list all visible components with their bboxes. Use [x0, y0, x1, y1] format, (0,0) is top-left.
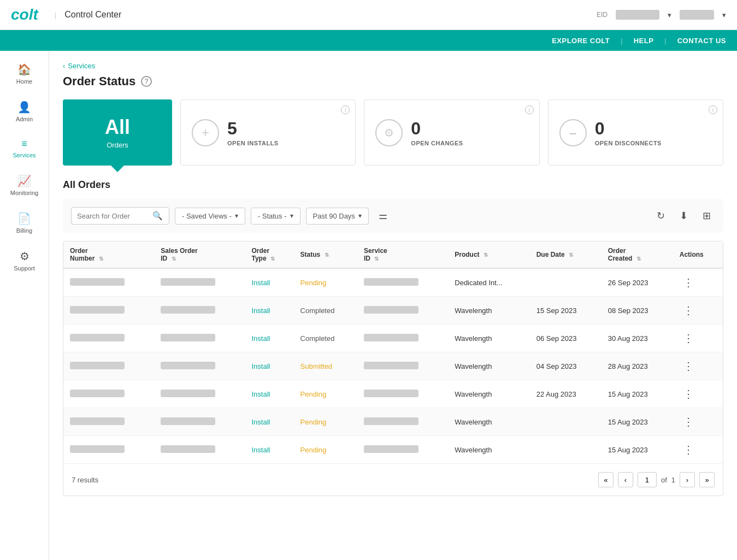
col-header-order-number[interactable]: OrderNumber ⇅: [63, 241, 154, 268]
page-first-button[interactable]: «: [598, 472, 614, 487]
col-header-order-created[interactable]: OrderCreated ⇅: [602, 241, 673, 268]
page-next-button[interactable]: ›: [680, 472, 695, 487]
nav-contact-us[interactable]: CONTACT US: [677, 37, 726, 45]
card-open-installs[interactable]: i + 5 OPEN INSTALLS: [180, 99, 356, 166]
saved-views-chevron-icon: ▾: [235, 212, 238, 220]
installs-card-icon: +: [192, 119, 219, 146]
search-input[interactable]: [77, 212, 148, 220]
nav-explore-colt[interactable]: EXPLORE COLT: [552, 37, 610, 45]
card-all-orders[interactable]: All Orders: [63, 99, 172, 166]
cell-service-id: [357, 297, 448, 325]
disconnects-info-icon[interactable]: i: [709, 105, 717, 114]
breadcrumb-parent[interactable]: Services: [68, 62, 95, 70]
cell-order-number: [63, 352, 154, 380]
col-header-order-type[interactable]: OrderType ⇅: [245, 241, 293, 268]
disconnects-card-icon: –: [559, 119, 587, 146]
card-open-disconnects[interactable]: i – 0 OPEN DISCONNECTS: [548, 99, 723, 166]
sidebar-item-home[interactable]: 🏠 Home: [3, 56, 46, 91]
col-header-service-id[interactable]: ServiceID ⇅: [357, 241, 448, 268]
actions-menu-button[interactable]: ⋮: [680, 303, 697, 318]
columns-button[interactable]: ⊞: [698, 207, 715, 225]
nav-help[interactable]: HELP: [634, 37, 654, 45]
breadcrumb[interactable]: ‹ Services: [63, 62, 723, 70]
sidebar-item-billing[interactable]: 📄 Billing: [3, 205, 46, 240]
search-box[interactable]: 🔍: [71, 207, 169, 225]
page-of-text: of: [661, 476, 667, 484]
account-chevron-icon[interactable]: ▾: [722, 11, 726, 19]
changes-info-icon[interactable]: i: [525, 105, 534, 114]
card-open-changes[interactable]: i ⚙ 0 OPEN CHANGES: [364, 99, 539, 166]
pagination: 7 results « ‹ of 1 › »: [63, 464, 723, 496]
monitoring-icon: 📈: [17, 174, 31, 187]
page-title: Order Status: [63, 74, 135, 89]
date-range-dropdown[interactable]: Past 90 Days ▾: [306, 208, 369, 225]
col-header-status[interactable]: Status ⇅: [294, 241, 357, 268]
top-bar-right: EID ████████ ▾ ██████ ▾: [597, 10, 726, 20]
account-id: ██████: [680, 10, 714, 20]
changes-card-icon: ⚙: [375, 119, 403, 146]
cell-actions[interactable]: ⋮: [673, 436, 723, 464]
cell-sales-order-id: [154, 436, 245, 464]
actions-menu-button[interactable]: ⋮: [680, 331, 697, 346]
filter-advanced-button[interactable]: ⚌: [374, 207, 392, 225]
actions-menu-button[interactable]: ⋮: [680, 386, 697, 402]
admin-icon: 👤: [17, 101, 31, 114]
cell-order-type[interactable]: Install: [245, 325, 293, 352]
help-icon[interactable]: ?: [141, 76, 152, 87]
status-label: - Status -: [258, 212, 287, 220]
saved-views-label: - Saved Views -: [182, 212, 232, 220]
cell-order-type[interactable]: Install: [245, 352, 293, 380]
orders-section-title: All Orders: [63, 179, 723, 191]
cell-order-type[interactable]: Install: [245, 380, 293, 408]
sidebar-label-billing: Billing: [16, 227, 32, 234]
search-icon[interactable]: 🔍: [152, 211, 163, 221]
actions-menu-button[interactable]: ⋮: [680, 442, 697, 457]
cell-actions[interactable]: ⋮: [673, 408, 723, 436]
cell-actions[interactable]: ⋮: [673, 352, 723, 380]
col-header-due-date[interactable]: Due Date ⇅: [530, 241, 602, 268]
refresh-button[interactable]: ↻: [652, 207, 669, 225]
cell-due-date: [530, 268, 602, 297]
cell-actions[interactable]: ⋮: [673, 325, 723, 352]
page-last-button[interactable]: »: [699, 472, 715, 487]
cell-order-type[interactable]: Install: [245, 297, 293, 325]
sidebar-item-services[interactable]: ≡ Services: [3, 132, 46, 165]
cell-order-number: [63, 268, 154, 297]
saved-views-dropdown[interactable]: - Saved Views - ▾: [175, 208, 245, 225]
status-dropdown[interactable]: - Status - ▾: [251, 208, 300, 225]
cell-actions[interactable]: ⋮: [673, 297, 723, 325]
cell-order-number: [63, 380, 154, 408]
status-chevron-icon: ▾: [290, 212, 293, 220]
filter-actions: ↻ ⬇ ⊞: [652, 207, 715, 225]
actions-menu-button[interactable]: ⋮: [680, 358, 697, 374]
cell-actions[interactable]: ⋮: [673, 268, 723, 297]
user-chevron-icon[interactable]: ▾: [668, 11, 671, 19]
sidebar-item-monitoring[interactable]: 📈 Monitoring: [3, 168, 46, 203]
download-button[interactable]: ⬇: [675, 207, 692, 225]
cell-order-type[interactable]: Install: [245, 268, 293, 297]
download-icon: ⬇: [680, 210, 688, 222]
sidebar-item-admin[interactable]: 👤 Admin: [3, 94, 46, 129]
breadcrumb-chevron-icon: ‹: [63, 62, 65, 70]
billing-icon: 📄: [17, 212, 31, 225]
changes-number: 0: [411, 119, 463, 139]
actions-menu-button[interactable]: ⋮: [680, 414, 697, 429]
page-number-input[interactable]: [638, 472, 657, 487]
cell-product: Wavelength: [448, 436, 529, 464]
top-bar: colt | Control Center EID ████████ ▾ ███…: [0, 0, 737, 30]
support-icon: ⚙: [20, 250, 30, 263]
page-prev-button[interactable]: ‹: [618, 472, 633, 487]
actions-menu-button[interactable]: ⋮: [680, 275, 697, 290]
sidebar-label-monitoring: Monitoring: [10, 190, 38, 196]
eid-label: EID: [597, 11, 608, 19]
cell-order-type[interactable]: Install: [245, 436, 293, 464]
col-header-product[interactable]: Product ⇅: [448, 241, 529, 268]
cell-order-type[interactable]: Install: [245, 408, 293, 436]
sidebar-item-support[interactable]: ⚙ Support: [3, 243, 46, 278]
installs-info-icon[interactable]: i: [341, 105, 350, 114]
page-total: 1: [671, 476, 675, 484]
cell-actions[interactable]: ⋮: [673, 380, 723, 408]
cell-order-number: [63, 408, 154, 436]
col-header-sales-order-id[interactable]: Sales OrderID ⇅: [154, 241, 245, 268]
cell-status: Pending: [294, 268, 357, 297]
